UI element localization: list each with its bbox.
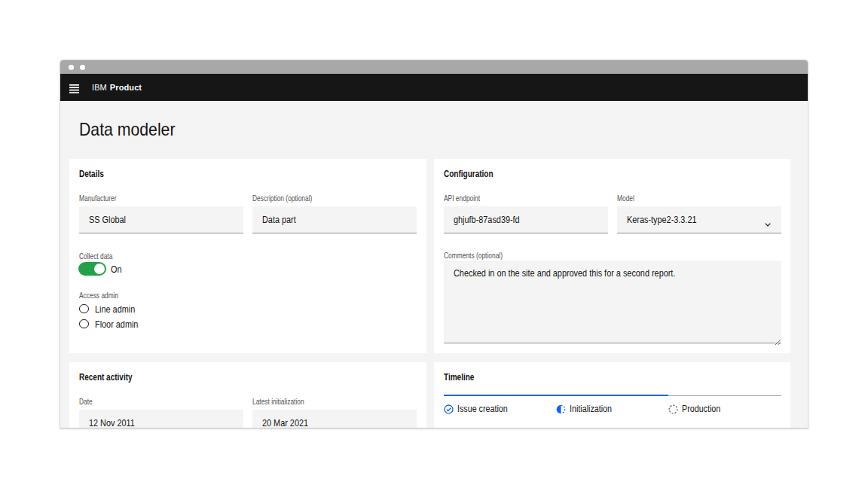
- collect-data-label: Collect data: [79, 252, 121, 261]
- radio-line-admin[interactable]: Line admin: [79, 303, 145, 314]
- details-card: Details Manufacturer SS Global Descripti…: [69, 159, 426, 353]
- timeline-step-production[interactable]: Production: [668, 404, 730, 413]
- brand[interactable]: IBMProduct: [92, 74, 142, 101]
- timeline-step-initialization[interactable]: Initialization: [556, 404, 622, 413]
- comments-label: Comments (optional): [444, 251, 517, 260]
- access-admin-label: Access admin: [79, 291, 128, 300]
- manufacturer-label: Manufacturer: [79, 194, 126, 203]
- api-endpoint-label: API endpoint: [444, 194, 489, 203]
- latest-initialization-input[interactable]: 20 Mar 2021: [252, 410, 417, 429]
- manufacturer-input[interactable]: SS Global: [79, 206, 243, 233]
- timeline-step-issue-creation[interactable]: Issue creation: [444, 404, 520, 413]
- timeline-card: Timeline Issue creation: [434, 362, 790, 429]
- brand-name: Product: [110, 83, 142, 92]
- app-header: IBMProduct: [60, 74, 808, 101]
- radio-label: Floor admin: [95, 319, 149, 330]
- step-label: Production: [682, 403, 730, 414]
- window-dot-2[interactable]: [80, 65, 85, 70]
- details-card-title: Details: [79, 169, 110, 179]
- radio-button-icon[interactable]: [79, 304, 89, 314]
- timeline-progress-fill: [444, 395, 668, 396]
- latest-initialization-label: Latest initialization: [252, 397, 317, 406]
- page-title: Data modeler: [79, 119, 188, 140]
- collect-data-toggle[interactable]: [78, 262, 106, 276]
- configuration-card: Configuration API endpoint ghjufb-87asd3…: [434, 159, 790, 353]
- model-label: Model: [617, 194, 639, 203]
- timeline-card-title: Timeline: [444, 372, 481, 383]
- description-input[interactable]: Data part: [252, 206, 417, 233]
- window-dot-1[interactable]: [69, 65, 74, 70]
- step-queued-icon: [668, 404, 678, 413]
- api-endpoint-input[interactable]: ghjufb-87asd39-fd: [444, 206, 608, 233]
- radio-label: Line admin: [95, 303, 145, 315]
- step-label: Issue creation: [457, 403, 520, 414]
- collect-data-state: On: [111, 262, 124, 276]
- hamburger-menu-icon[interactable]: [69, 83, 79, 92]
- timeline-progress-track: [444, 395, 781, 396]
- recent-activity-card-title: Recent activity: [79, 372, 145, 383]
- configuration-card-title: Configuration: [444, 169, 506, 179]
- step-current-icon: [556, 404, 566, 413]
- description-label: Description (optional): [252, 194, 327, 203]
- radio-floor-admin[interactable]: Floor admin: [79, 319, 148, 329]
- browser-window: IBMProduct Data modeler Details Manufact…: [60, 59, 808, 429]
- chevron-down-icon: [765, 218, 771, 221]
- window-titlebar[interactable]: [60, 60, 808, 74]
- timeline-progress-rest: [668, 395, 781, 396]
- toggle-knob: [94, 264, 105, 274]
- radio-button-icon[interactable]: [79, 319, 89, 329]
- step-complete-icon: [444, 404, 454, 413]
- date-label: Date: [79, 397, 96, 406]
- comments-textarea[interactable]: Checked in on the site and approved this…: [444, 261, 781, 343]
- step-label: Initialization: [570, 403, 622, 414]
- page-content: Data modeler Details Manufacturer SS Glo…: [60, 101, 808, 428]
- date-input[interactable]: 12 Nov 2011: [79, 410, 243, 429]
- brand-prefix: IBM: [92, 83, 107, 92]
- recent-activity-card: Recent activity Date 12 Nov 2011 Latest …: [69, 362, 426, 429]
- model-select[interactable]: Keras-type2-3.3.21: [617, 206, 781, 233]
- resize-grip-icon[interactable]: [775, 336, 781, 342]
